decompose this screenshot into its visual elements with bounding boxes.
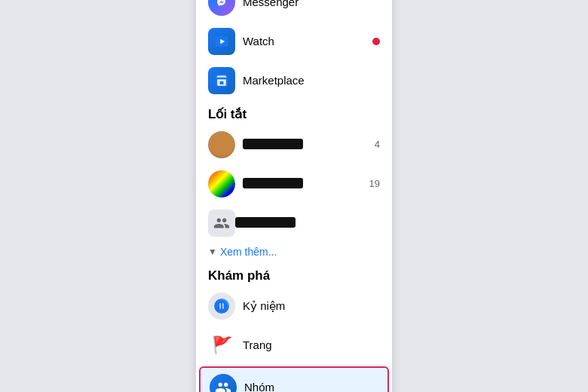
shortcut-item-2[interactable]: 19	[199, 164, 389, 204]
shortcut-2-blurred	[243, 178, 303, 188]
shortcut-3-avatar	[208, 210, 235, 237]
sidebar-item-trang[interactable]: 🚩 Trang	[199, 326, 389, 365]
marketplace-icon	[208, 67, 235, 94]
trang-label: Trang	[243, 338, 380, 351]
shortcut-3-label	[235, 216, 380, 229]
watch-notification-dot	[372, 38, 380, 45]
shortcut-1-badge: 4	[375, 139, 380, 150]
shortcut-2-avatar	[208, 170, 235, 198]
chevron-down-icon: ▼	[208, 247, 217, 257]
svg-rect-9	[220, 81, 224, 84]
watch-label: Watch	[243, 35, 380, 47]
trang-icon: 🚩	[208, 332, 235, 359]
shortcut-1-avatar	[208, 131, 235, 158]
messenger-icon	[208, 0, 235, 16]
explore-section-title: Khám phá	[196, 262, 392, 286]
see-more-link[interactable]: ▼ Xem thêm...	[196, 243, 392, 262]
sidebar-item-watch[interactable]: Watch	[199, 22, 389, 61]
shortcut-item-1[interactable]: 4	[199, 125, 389, 164]
shortcut-1-label	[243, 138, 375, 151]
nhom-label: Nhóm	[244, 381, 378, 392]
ky-niem-label: Kỷ niệm	[243, 299, 380, 313]
sidebar-panel: Bảng tin ··· Messenger Watch Marketplace…	[196, 0, 392, 392]
shortcut-1-blurred	[243, 139, 303, 149]
sidebar-item-nhom[interactable]: Nhóm	[199, 366, 389, 393]
messenger-label: Messenger	[243, 0, 380, 8]
shortcuts-section-title: Lối tắt	[196, 100, 392, 125]
shortcut-3-blurred	[235, 217, 296, 228]
nhom-icon	[210, 374, 237, 393]
sidebar-item-ky-niem[interactable]: Kỷ niệm	[199, 286, 389, 326]
sidebar-item-messenger[interactable]: Messenger	[199, 0, 389, 22]
watch-icon	[208, 28, 235, 55]
see-more-label: Xem thêm...	[220, 246, 277, 258]
ky-niem-icon	[208, 292, 235, 320]
marketplace-label: Marketplace	[243, 74, 380, 87]
sidebar-item-marketplace[interactable]: Marketplace	[199, 61, 389, 100]
shortcut-2-label	[243, 177, 369, 190]
shortcut-2-badge: 19	[369, 178, 380, 189]
shortcut-item-3[interactable]	[199, 204, 389, 243]
